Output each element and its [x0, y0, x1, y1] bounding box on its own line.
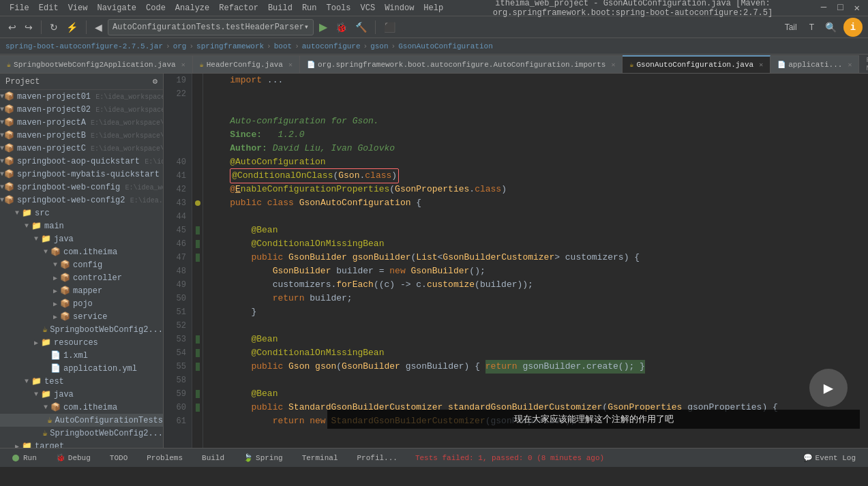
tree-item-maven01[interactable]: ▼ 📦 maven-project01 E:\idea_workspace\it… — [0, 90, 163, 103]
tree-item-test[interactable]: ▼ 📁 test — [0, 375, 163, 388]
close-tab-3[interactable]: ✕ — [759, 61, 763, 69]
menu-vcs[interactable]: VCS — [357, 2, 380, 14]
tree-item-java[interactable]: ▼ 📁 java — [0, 232, 163, 245]
tree-item-mavenC[interactable]: ▼ 📦 maven-projectC E:\idea_workspace\qu — [0, 142, 163, 155]
tab-application[interactable]: 📄 applicati... ✕ — [770, 55, 859, 73]
search-button[interactable]: 🔍 — [822, 20, 839, 34]
play-overlay-button[interactable]: ▶ — [809, 369, 848, 407]
tree-item-config[interactable]: ▼ 📦 config — [0, 258, 163, 271]
translate-icon[interactable]: T — [805, 21, 818, 33]
tree-item-main[interactable]: ▼ 📁 main — [0, 219, 163, 232]
breadcrumb-class[interactable]: GsonAutoConfiguration — [398, 42, 493, 50]
debug-run-button[interactable]: 🐞 — [333, 20, 350, 34]
menu-file[interactable]: File — [5, 2, 33, 14]
breadcrumb-autoconfigure[interactable]: autoconfigure — [302, 42, 361, 50]
tab-autoconfigimports[interactable]: 📄 org.springframework.boot.autoconfigure… — [300, 55, 623, 73]
tree-item-pojo[interactable]: ▶ 📦 pojo — [0, 297, 163, 310]
tree-item-mavenB[interactable]: ▼ 📦 maven-projectB E:\idea_workspace\ith — [0, 129, 163, 142]
run-button[interactable]: ▶ — [316, 19, 330, 35]
spring-tab[interactable]: 🍃 Spring — [237, 451, 290, 465]
menu-analyze[interactable]: Analyze — [171, 2, 213, 14]
breadcrumb-boot[interactable]: boot — [274, 42, 292, 50]
code-editor[interactable]: import ... Auto-configuration for Gson. … — [203, 74, 868, 448]
stop-button[interactable]: ⬛ — [381, 20, 398, 34]
tree-item-mapper[interactable]: ▶ 📦 mapper — [0, 284, 163, 297]
close-tab-1[interactable]: ✕ — [288, 61, 293, 69]
tree-item-springbootwebapp[interactable]: ☕ SpringbootWebConfig2... — [0, 427, 163, 440]
event-log-tab[interactable]: 💬 Event Log — [796, 451, 863, 465]
tree-label-5: maven-projectC E:\idea_workspace\qu — [17, 144, 163, 153]
toolbar-separator-3 — [375, 20, 376, 34]
build-button[interactable]: 🔨 — [353, 20, 370, 34]
tree-item-testjava[interactable]: ▼ 📁 java — [0, 388, 163, 401]
nav-back-button[interactable]: ◀ — [92, 20, 105, 34]
menu-view[interactable]: View — [64, 2, 92, 14]
forward-button[interactable]: ↪ — [22, 20, 35, 34]
tree-arrow-target: ▶ — [12, 442, 22, 449]
breadcrumb-sep-2: › — [189, 42, 194, 50]
ln-43: 43 — [166, 196, 186, 210]
tab-label-1: HeaderConfig.java — [207, 61, 283, 69]
debug-tab[interactable]: 🐞 Debug — [49, 451, 98, 465]
tree-item-webconfig[interactable]: ▼ 📦 springboot-web-config E:\idea_worksp… — [0, 181, 163, 194]
tree-item-1xml[interactable]: 📄 1.xml — [0, 349, 163, 362]
tab-springbootwebconfig2[interactable]: ☕ SpringbootWebConfig2Application.java ✕ — [0, 55, 193, 73]
breadcrumb-springframework[interactable]: springframework — [196, 42, 264, 50]
toolbar: ↩ ↪ ↻ ⚡ ◀ AutoConfigurationTests.testHea… — [0, 16, 868, 38]
tree-item-testcom[interactable]: ▼ 📦 com.itheima — [0, 401, 163, 414]
menu-window[interactable]: Window — [380, 2, 418, 14]
minimize-button[interactable]: ─ — [818, 2, 829, 14]
close-tab-4[interactable]: ✕ — [848, 61, 852, 69]
avatar[interactable]: i — [843, 18, 863, 37]
text-icon: 📄 — [307, 61, 315, 69]
refresh-button[interactable]: ↻ — [47, 20, 61, 34]
tree-item-appyml[interactable]: 📄 application.yml — [0, 362, 163, 375]
profile-tab[interactable]: Profil... — [350, 451, 404, 465]
tab-gsonautoconfiguration[interactable]: ☕ GsonAutoConfiguration.java ✕ — [623, 55, 770, 73]
menu-navigate[interactable]: Navigate — [93, 2, 140, 14]
tree-item-target[interactable]: ▶ 📁 target — [0, 440, 163, 448]
breadcrumb-org[interactable]: org — [173, 42, 187, 50]
code-line-doc3: Since: 1.2.0 — [209, 128, 863, 142]
code-content[interactable]: 19 22 40 41 42 43 44 45 46 47 48 49 50 5… — [164, 74, 868, 448]
code-line-48: GsonBuilder builder = new GsonBuilder(); — [209, 264, 863, 278]
tree-item-resources[interactable]: ▶ 📁 resources — [0, 336, 163, 349]
sidebar-settings-icon[interactable]: ⚙ — [153, 76, 158, 87]
tab-headerconfig[interactable]: ☕ HeaderConfig.java ✕ — [193, 55, 300, 73]
menu-run[interactable]: Run — [298, 2, 321, 14]
tree-item-comitheima[interactable]: ▼ 📦 com.itheima — [0, 245, 163, 258]
close-tab-0[interactable]: ✕ — [181, 61, 185, 69]
tree-item-src[interactable]: ▼ 📁 src — [0, 207, 163, 219]
menu-edit[interactable]: Edit — [35, 2, 63, 14]
tree-item-controller[interactable]: ▶ 📦 controller — [0, 271, 163, 284]
run-tab[interactable]: Run — [5, 451, 44, 465]
menu-tools[interactable]: Tools — [323, 2, 355, 14]
back-button[interactable]: ↩ — [5, 20, 19, 34]
menu-help[interactable]: Help — [419, 2, 447, 14]
xml-file-icon: 📄 — [50, 350, 61, 361]
tree-item-mybatis[interactable]: ▼ 📦 springboot-mybatis-quickstart E:\ide… — [0, 168, 163, 181]
run-config-dropdown[interactable]: AutoConfigurationTests.testHeaderParser … — [108, 19, 314, 35]
tree-item-autoconfigtests[interactable]: ☕ AutoConfigurationTests — [0, 414, 163, 427]
menu-code[interactable]: Code — [142, 2, 170, 14]
tree-item-maven02[interactable]: ▼ 📦 maven-project02 E:\idea_workspace\it… — [0, 103, 163, 116]
tree-item-service[interactable]: ▶ 📦 service — [0, 310, 163, 323]
tree-label-3: maven-projectA E:\idea_workspace\ith — [17, 118, 163, 127]
maximize-button[interactable]: □ — [835, 2, 845, 14]
terminal-tab[interactable]: Terminal — [295, 451, 345, 465]
breadcrumb-jar[interactable]: spring-boot-autoconfigure-2.7.5.jar — [5, 42, 163, 50]
tree-item-mavenA[interactable]: ▼ 📦 maven-projectA E:\idea_workspace\ith — [0, 116, 163, 129]
menu-refactor[interactable]: Refactor — [215, 2, 263, 14]
menu-build[interactable]: Build — [264, 2, 297, 14]
breadcrumb-gson[interactable]: gson — [370, 42, 388, 50]
sync-button[interactable]: ⚡ — [63, 20, 80, 34]
close-button[interactable]: ✕ — [852, 2, 863, 14]
close-tab-2[interactable]: ✕ — [611, 61, 615, 69]
build-tab[interactable]: Build — [195, 451, 231, 465]
tree-item-springbootapp[interactable]: ☕ SpringbootWebConfig2... — [0, 323, 163, 336]
todo-tab[interactable]: TODO — [103, 451, 134, 465]
tail-button[interactable]: Tail — [781, 21, 801, 33]
problems-tab[interactable]: Problems — [140, 451, 190, 465]
tree-item-aop[interactable]: ▼ 📦 springboot-aop-quickstart E:\idea... — [0, 155, 163, 168]
tree-item-webconfig2[interactable]: ▼ 📦 springboot-web-config2 E:\idea... — [0, 194, 163, 207]
